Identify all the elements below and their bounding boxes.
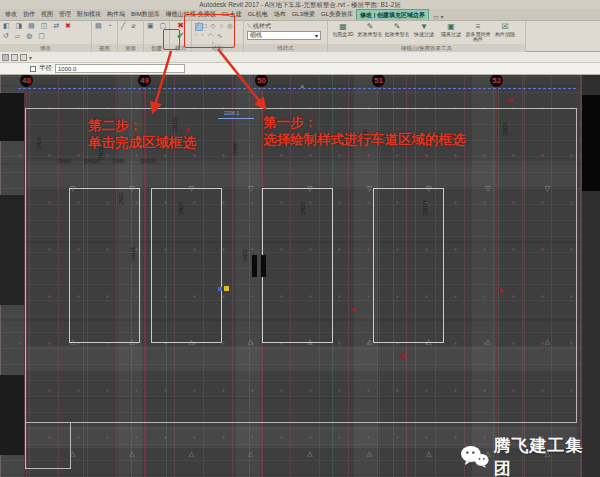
golive-tool-button[interactable]: ✎ 更改类型名	[357, 22, 383, 42]
ribbon-tab[interactable]: GL3维梁	[289, 9, 318, 20]
panel-label-view: 视图	[92, 44, 117, 52]
modify-tools-row2[interactable]: ↺ ▱ ◍ ▢	[0, 31, 91, 41]
grid-bubble: 52	[489, 75, 504, 88]
golive-tool-button[interactable]: ≡ 选多显同类构件	[465, 22, 491, 42]
title-bar: Autodesk Revit 2017 - A区地下车库-完整板整合.rvt -…	[0, 0, 600, 9]
tab-overflow-icon[interactable]: ▭ ▾	[433, 13, 443, 20]
flow-arrow-icon: ►	[348, 305, 357, 315]
parking-zone-outline	[69, 188, 140, 343]
document-icon[interactable]	[2, 54, 9, 61]
midpoint-x-marker: ×	[300, 82, 305, 91]
ribbon-tab-bar: 修改协作视图管理附加模块构件坞BIM数据库橄榄山快模-免费版GL土建GL机电场布…	[0, 9, 600, 21]
window-cascade-icon[interactable]	[20, 54, 27, 61]
chevron-down-icon[interactable]: ▾	[29, 54, 32, 61]
options-bar: 半径	[0, 63, 600, 75]
panel-view: ▤ ◔ 视图	[92, 21, 118, 52]
ribbon-tab[interactable]: BIM数据库	[128, 9, 163, 20]
golive-tool-label: 构件消隐	[492, 32, 518, 37]
step1-body: 选择绘制样式进行车道区域的框选	[263, 131, 466, 148]
ribbon-tab[interactable]: 附加模块	[74, 9, 104, 20]
view-toolbar-row: ▾	[0, 52, 600, 63]
flow-arrow-icon: ►	[396, 350, 408, 364]
pipe-label: DN50	[58, 158, 71, 164]
view-tools[interactable]: ▤ ◔	[92, 21, 117, 31]
window-icon[interactable]	[11, 54, 18, 61]
panel-measure: ╱ ⌀ 测量	[118, 21, 144, 52]
region-boundary-segment	[25, 423, 26, 469]
column-mark	[252, 255, 257, 277]
ribbon-filler	[526, 21, 600, 52]
ribbon-tab[interactable]: 视图	[38, 9, 56, 20]
panel-line-style: ⟍ 线样式 细线 ▾ 线样式	[244, 21, 328, 52]
panel-label-measure: 测量	[118, 44, 143, 52]
triangle-symbol-row: △ △ △ △ △ △ △ △ △ △ △ △ △ △	[70, 338, 570, 346]
radius-label: 半径	[39, 64, 52, 73]
parking-zone-outline	[151, 188, 222, 343]
pipe-label: DN100	[130, 246, 136, 262]
region-boundary-segment	[70, 423, 71, 469]
element-tag	[224, 286, 229, 291]
grid-bubble: 48	[19, 75, 34, 88]
selected-sketch-line[interactable]	[18, 88, 576, 89]
ribbon-tab[interactable]: 修改	[2, 9, 20, 20]
highlight-box-finish-button	[163, 29, 180, 50]
plan-dark-block	[0, 375, 24, 455]
pipe-label: DN50	[232, 142, 238, 155]
panel-modify: ◧ ◨ ▤ ◫ ⇄ ✖ ↺ ▱ ◍ ▢ 修改	[0, 21, 92, 52]
parking-zone-outline	[262, 188, 333, 343]
window-title: Autodesk Revit 2017 - A区地下车库-完整板整合.rvt -…	[199, 1, 401, 8]
ribbon-tab[interactable]: 场布	[271, 9, 289, 20]
golive-tool-button[interactable]: ☒ 构件消隐	[492, 22, 518, 42]
grid-bubble: 51	[371, 75, 386, 88]
modify-tools-row1[interactable]: ◧ ◨ ▤ ◫ ⇄ ✖	[0, 21, 91, 31]
plan-dark-block	[0, 195, 24, 305]
panel-label-modify: 修改	[0, 44, 91, 52]
pipe-label: DN32	[118, 192, 124, 205]
radius-checkbox[interactable]	[30, 66, 36, 72]
golive-tool-button[interactable]: ▼ 快速过滤	[411, 22, 437, 42]
golive-tool-button[interactable]: ✎ 批改类型名	[384, 22, 410, 42]
region-boundary-segment	[25, 468, 71, 469]
parking-zone-outline	[373, 188, 444, 343]
golive-tool-label: 批改类型名	[384, 32, 410, 37]
grid-bubble: 50	[254, 75, 269, 88]
highlight-box-draw-panel	[184, 14, 235, 48]
watermark: 腾飞建工集团	[460, 434, 600, 477]
line-style-value: 细线	[250, 31, 262, 40]
pipe-label: DN50	[36, 137, 42, 150]
panel-label-golive: 橄榄山|免费效果工具	[328, 44, 525, 52]
pipe-label: DN25	[178, 202, 184, 215]
column-mark	[261, 255, 266, 277]
delete-icon[interactable]: ✖	[65, 22, 71, 29]
ribbon-tab[interactable]: 修改 | 创建填充区域边界	[356, 9, 429, 20]
ribbon-tab[interactable]: 构件坞	[104, 9, 128, 20]
wechat-icon	[460, 445, 490, 469]
pipe-label: DN25	[300, 202, 306, 215]
pipe-label: DN80	[112, 158, 125, 164]
golive-tool-button[interactable]: ▣ 隔离过滤	[438, 22, 464, 42]
step2-body: 单击完成区域框选	[88, 134, 196, 151]
pipe-label: DN32	[242, 249, 248, 262]
ribbon-tab[interactable]: GL机电	[245, 9, 271, 20]
revit-window: Autodesk Revit 2017 - A区地下车库-完整板整合.rvt -…	[0, 0, 600, 477]
ribbon: ◧ ◨ ▤ ◫ ⇄ ✖ ↺ ▱ ◍ ▢ 修改 ▤ ◔ 视图 ╱ ⌀ 测量 ▣ ▢…	[0, 21, 600, 52]
golive-tool-label: 选多显同类构件	[465, 32, 491, 42]
golive-tool-label: 隔离过滤	[438, 32, 464, 37]
golive-tool-button[interactable]: ▦ 包围盒3D	[330, 22, 356, 42]
pipe-label: DN100	[140, 158, 156, 164]
golive-tool-label: 快速过滤	[411, 32, 437, 37]
ribbon-tab[interactable]: 管理	[56, 9, 74, 20]
panel-label-line-style: 线样式	[244, 44, 327, 52]
ribbon-tab[interactable]: 协作	[20, 9, 38, 20]
grid-bubble: 49	[137, 75, 152, 88]
pipe-label: DN100	[422, 199, 428, 215]
radius-input[interactable]	[55, 64, 185, 73]
measure-tools[interactable]: ╱ ⌀	[118, 21, 143, 31]
step2-annotation: 第二步： 单击完成区域框选	[88, 117, 196, 151]
pipe-label: DN100	[84, 158, 100, 164]
ribbon-tab[interactable]: GL免费族库	[318, 9, 356, 20]
selected-element[interactable]	[218, 287, 222, 291]
golive-tool-label: 更改类型名	[357, 32, 383, 37]
watermark-text: 腾飞建工集团	[494, 434, 600, 477]
line-style-dropdown[interactable]: 细线 ▾	[247, 31, 321, 40]
